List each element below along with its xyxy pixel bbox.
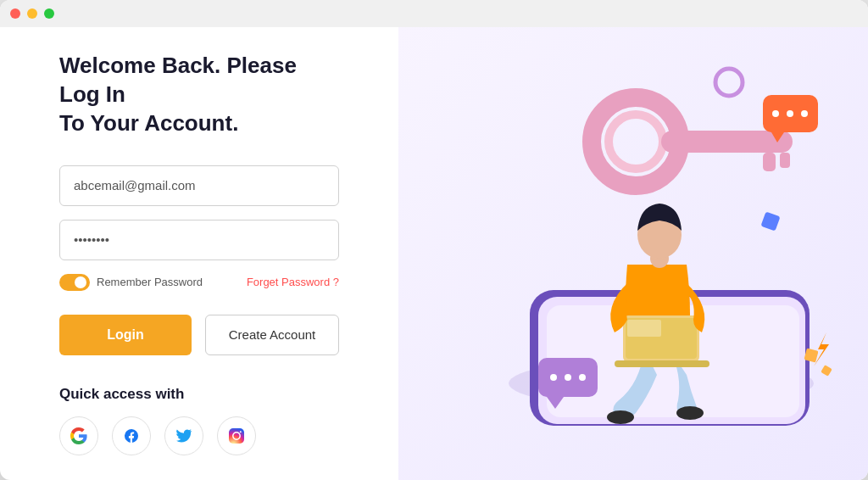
login-illustration bbox=[398, 27, 868, 480]
remember-group: Remember Password bbox=[59, 274, 203, 291]
svg-rect-17 bbox=[760, 211, 780, 231]
remember-toggle[interactable] bbox=[59, 274, 90, 291]
svg-point-21 bbox=[565, 374, 571, 381]
close-button[interactable] bbox=[10, 8, 20, 19]
quick-access-title: Quick access with bbox=[59, 386, 339, 403]
svg-rect-32 bbox=[627, 320, 661, 337]
svg-point-2 bbox=[240, 431, 242, 433]
password-input[interactable] bbox=[59, 220, 339, 260]
social-icons bbox=[59, 416, 339, 455]
forget-password-link[interactable]: Forget Password ? bbox=[247, 276, 339, 288]
svg-point-14 bbox=[787, 110, 793, 117]
svg-rect-11 bbox=[780, 153, 790, 168]
svg-point-22 bbox=[579, 374, 586, 381]
toggle-slider bbox=[59, 274, 90, 291]
title-bar bbox=[0, 0, 868, 27]
svg-rect-33 bbox=[615, 360, 709, 367]
svg-point-8 bbox=[609, 114, 663, 169]
google-icon bbox=[70, 427, 87, 444]
welcome-heading: Welcome Back. Please Log In To Your Acco… bbox=[59, 52, 339, 137]
svg-rect-25 bbox=[821, 365, 832, 377]
login-panel: Welcome Back. Please Log In To Your Acco… bbox=[0, 27, 398, 480]
svg-point-26 bbox=[607, 410, 634, 424]
instagram-login-button[interactable] bbox=[217, 416, 256, 455]
email-group bbox=[59, 165, 339, 206]
password-group bbox=[59, 220, 339, 260]
svg-point-15 bbox=[801, 110, 808, 117]
illustration-panel bbox=[398, 27, 868, 480]
svg-rect-0 bbox=[229, 428, 244, 444]
svg-rect-10 bbox=[763, 153, 776, 171]
svg-point-20 bbox=[550, 374, 557, 381]
email-input[interactable] bbox=[59, 165, 339, 206]
options-row: Remember Password Forget Password ? bbox=[59, 274, 339, 291]
facebook-login-button[interactable] bbox=[112, 416, 151, 455]
svg-point-13 bbox=[772, 110, 779, 117]
app-window: Welcome Back. Please Log In To Your Acco… bbox=[0, 0, 868, 480]
buttons-row: Login Create Account bbox=[59, 315, 339, 355]
create-account-button[interactable]: Create Account bbox=[205, 315, 339, 355]
svg-point-18 bbox=[715, 69, 743, 96]
minimize-button[interactable] bbox=[27, 8, 37, 19]
twitter-login-button[interactable] bbox=[164, 416, 203, 455]
svg-point-27 bbox=[676, 406, 704, 420]
maximize-button[interactable] bbox=[44, 8, 54, 19]
main-content: Welcome Back. Please Log In To Your Acco… bbox=[0, 27, 868, 480]
facebook-icon bbox=[123, 427, 140, 444]
twitter-icon bbox=[175, 427, 192, 444]
remember-label: Remember Password bbox=[97, 276, 203, 288]
google-login-button[interactable] bbox=[59, 416, 98, 455]
login-button[interactable]: Login bbox=[59, 315, 192, 355]
instagram-icon bbox=[228, 427, 245, 444]
